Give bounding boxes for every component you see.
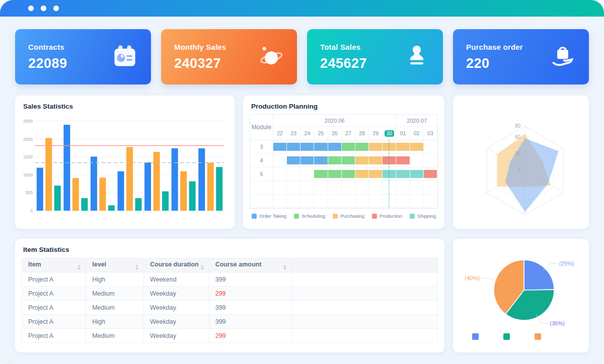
gantt-bar-segment[interactable] [355, 156, 368, 164]
table-cell: Medium [86, 287, 144, 301]
gantt-day-label: 22 [273, 127, 287, 140]
gantt-cell [342, 154, 355, 167]
column-header-level[interactable]: level [86, 258, 144, 272]
gantt-bar-segment[interactable] [342, 143, 355, 151]
table-row[interactable]: Project AHighWeekend399 [22, 272, 438, 287]
gantt-day-label: 28 [355, 127, 369, 140]
window-titlebar [0, 0, 604, 17]
gantt-bar-segment[interactable] [314, 143, 327, 151]
gantt-cell [287, 140, 300, 154]
table-cell [292, 315, 438, 329]
sort-icon[interactable] [78, 265, 81, 270]
table-cell: 399 [209, 272, 291, 287]
stat-info: Contracts22089 [28, 43, 67, 71]
column-header-course-duration[interactable]: Course duration [144, 258, 209, 272]
legend-swatch [410, 214, 415, 219]
gantt-module-label [250, 195, 273, 208]
calendar-icon [112, 44, 138, 70]
sort-icon[interactable] [201, 265, 204, 270]
bar-series-orange [207, 163, 214, 211]
gantt-bar-segment[interactable] [314, 170, 327, 178]
dashboard-content: Contracts22089Monthly Sales240327Total S… [0, 17, 604, 352]
table-cell [292, 301, 438, 315]
gantt-cell [355, 154, 369, 167]
pie-chart: (25%)(36%)(40%) [460, 250, 582, 330]
gantt-bar-segment[interactable] [300, 156, 314, 164]
svg-text:30: 30 [515, 151, 521, 156]
gantt-cell [396, 181, 410, 195]
column-header-item[interactable]: Item [22, 258, 86, 272]
table-row[interactable]: Project AMediumWeekday299 [22, 329, 438, 343]
stamp-icon [404, 44, 430, 70]
gantt-cell [314, 195, 328, 208]
gantt-cell [396, 140, 410, 154]
gantt-bar-segment[interactable] [383, 156, 396, 164]
gantt-bar-segment[interactable] [314, 156, 327, 164]
gantt-bar-segment[interactable] [369, 156, 382, 164]
gantt-cell [342, 181, 355, 195]
gantt-bar-segment[interactable] [383, 170, 396, 178]
bag-hand-icon [550, 44, 576, 70]
gantt-cell [410, 154, 424, 167]
table-row[interactable]: Project AHighWeekday399 [22, 315, 438, 329]
gantt-bar-segment[interactable] [300, 143, 314, 151]
svg-text:80: 80 [515, 123, 521, 129]
gantt-cell [369, 167, 383, 181]
legend-label: Shipping [417, 213, 436, 219]
table-row[interactable]: Project AMediumWeekday299 [22, 287, 438, 301]
column-header-course-amount[interactable]: Course amount [209, 258, 291, 272]
gantt-day-label: 26 [328, 127, 342, 140]
legend-swatch [372, 214, 377, 219]
gantt-bar-segment[interactable] [355, 170, 368, 178]
stat-card-label: Total Sales [320, 43, 367, 51]
table-cell: Project A [22, 315, 86, 329]
gantt-bar-segment[interactable] [328, 156, 341, 164]
item-statistics-card: Item Statistics ItemlevelCourse duration… [15, 239, 444, 352]
stat-card-label: Contracts [28, 43, 67, 51]
gantt-bar-segment[interactable] [328, 170, 341, 178]
stat-card-value: 240327 [174, 56, 226, 71]
gantt-bar-segment[interactable] [396, 170, 409, 178]
gantt-month-label: 2020.07 [396, 115, 437, 127]
gantt-cell [369, 154, 383, 167]
gantt-bar-segment[interactable] [396, 143, 409, 151]
sort-icon[interactable] [135, 265, 138, 270]
gantt-bar-segment[interactable] [410, 170, 423, 178]
legend-swatch [472, 333, 479, 340]
gantt-cell [287, 167, 300, 181]
table-cell: 399 [209, 315, 291, 329]
pie-slice-label: (25%) [559, 260, 574, 266]
table-row[interactable]: Project AMediumWeekday399 [22, 301, 438, 315]
gantt-bar-segment[interactable] [410, 143, 423, 151]
window-control-dot[interactable] [28, 6, 34, 11]
gantt-bar-segment[interactable] [424, 170, 437, 178]
table-cell: Weekend [144, 272, 209, 287]
gantt-bar-segment[interactable] [369, 143, 382, 151]
gantt-bar-segment[interactable] [355, 143, 368, 151]
gantt-cell [300, 167, 314, 181]
gantt-cell [300, 154, 314, 167]
gantt-cell [328, 167, 342, 181]
gantt-bar-segment[interactable] [383, 143, 396, 151]
gantt-cell [314, 181, 328, 195]
gantt-module-label [250, 181, 273, 195]
legend-label: Purchasing [340, 213, 364, 219]
gantt-bar-segment[interactable] [342, 170, 355, 178]
gantt-bar-segment[interactable] [328, 143, 341, 151]
window-control-dot[interactable] [41, 6, 46, 11]
bar-series-orange [99, 177, 106, 211]
pie-slice[interactable] [524, 260, 554, 290]
gantt-bar-segment[interactable] [369, 170, 382, 178]
gantt-bar-segment[interactable] [287, 156, 300, 164]
gantt-bar-segment[interactable] [287, 143, 300, 151]
gantt-bar-segment[interactable] [342, 156, 355, 164]
bar-series-green [81, 198, 88, 211]
gantt-bar-segment[interactable] [396, 156, 409, 164]
sort-icon[interactable] [283, 265, 286, 270]
pie-slice-label: (40%) [465, 275, 480, 281]
radar-card: 8060300 [453, 96, 589, 229]
window-control-dot[interactable] [53, 6, 59, 11]
bar-series-orange [154, 152, 160, 211]
legend-swatch [535, 333, 541, 340]
gantt-bar-segment[interactable] [273, 143, 286, 151]
